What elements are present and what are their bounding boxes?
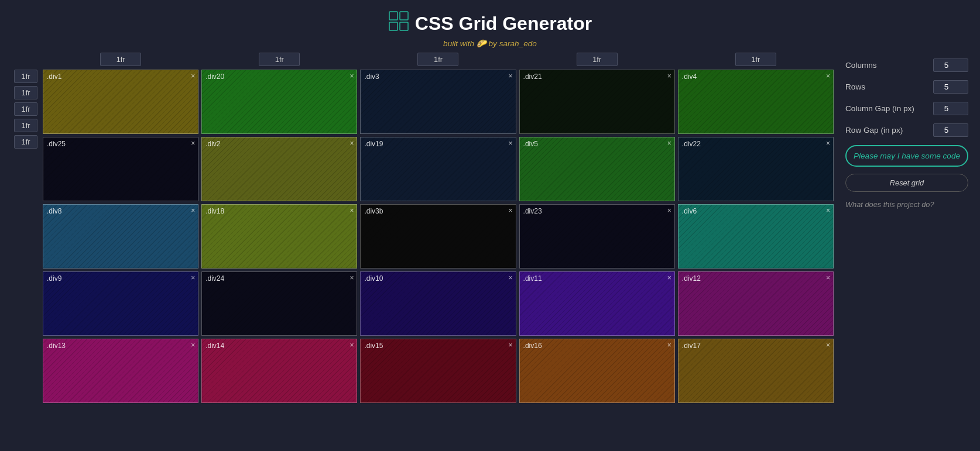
grid-cell-div20[interactable]: .div20× bbox=[201, 70, 357, 134]
row-label-input-1[interactable] bbox=[14, 70, 37, 83]
main-area: .div1×.div20×.div3×.div21×.div4×.div25×.… bbox=[0, 53, 980, 403]
grid-cell-div12[interactable]: .div12× bbox=[678, 271, 834, 336]
columns-input[interactable] bbox=[933, 58, 968, 72]
cell-label-div13: .div13 bbox=[47, 342, 66, 350]
what-does-link[interactable]: What does this project do? bbox=[845, 200, 968, 209]
columns-control: Columns bbox=[845, 58, 968, 72]
grid-cell-div8[interactable]: .div8× bbox=[43, 204, 198, 268]
grid-cell-div3b[interactable]: .div3b× bbox=[360, 204, 516, 268]
close-btn-div5[interactable]: × bbox=[667, 139, 671, 147]
cell-label-div24: .div24 bbox=[205, 274, 224, 283]
grid-cell-div5[interactable]: .div5× bbox=[519, 137, 675, 201]
grid-cell-div23[interactable]: .div23× bbox=[519, 204, 675, 268]
close-btn-div12[interactable]: × bbox=[826, 274, 830, 282]
close-btn-div2[interactable]: × bbox=[349, 139, 354, 147]
close-btn-div9[interactable]: × bbox=[191, 274, 195, 282]
close-btn-div3b[interactable]: × bbox=[509, 206, 513, 215]
close-btn-div1[interactable]: × bbox=[191, 72, 195, 80]
grid-cell-div21[interactable]: .div21× bbox=[519, 70, 675, 134]
close-btn-div8[interactable]: × bbox=[191, 206, 195, 215]
grid-cell-div18[interactable]: .div18× bbox=[201, 204, 357, 268]
cell-label-div16: .div16 bbox=[523, 342, 542, 350]
row-label-input-4[interactable] bbox=[14, 119, 37, 132]
close-btn-div22[interactable]: × bbox=[826, 139, 830, 147]
grid-cell-div15[interactable]: .div15× bbox=[360, 339, 516, 403]
columns-label: Columns bbox=[845, 61, 877, 70]
grid-cell-div22[interactable]: .div22× bbox=[678, 137, 834, 201]
grid-cell-div24[interactable]: .div24× bbox=[201, 271, 357, 336]
close-btn-div4[interactable]: × bbox=[826, 72, 830, 80]
close-btn-div18[interactable]: × bbox=[349, 206, 354, 215]
cell-label-div10: .div10 bbox=[364, 274, 383, 283]
grid-section: .div1×.div20×.div3×.div21×.div4×.div25×.… bbox=[12, 53, 834, 403]
col-gap-input[interactable] bbox=[933, 102, 968, 115]
grid-cell-div4[interactable]: .div4× bbox=[678, 70, 834, 134]
grid-cell-div9[interactable]: .div9× bbox=[43, 271, 198, 336]
cell-label-div19: .div19 bbox=[364, 140, 383, 148]
row-label-input-5[interactable] bbox=[14, 135, 37, 149]
grid-with-row-labels: .div1×.div20×.div3×.div21×.div4×.div25×.… bbox=[12, 70, 834, 403]
row-labels bbox=[12, 70, 40, 403]
grid-cell-div13[interactable]: .div13× bbox=[43, 339, 198, 403]
css-grid: .div1×.div20×.div3×.div21×.div4×.div25×.… bbox=[43, 70, 834, 403]
close-btn-div13[interactable]: × bbox=[191, 341, 195, 349]
col-label-1 bbox=[43, 53, 198, 66]
grid-cell-div25[interactable]: .div25× bbox=[43, 137, 198, 201]
subtitle: built with 🌮 by sarah_edo bbox=[0, 39, 980, 48]
cell-label-div22: .div22 bbox=[682, 140, 701, 148]
cell-label-div3b: .div3b bbox=[364, 207, 383, 215]
col-label-input-4[interactable] bbox=[577, 53, 618, 66]
close-btn-div24[interactable]: × bbox=[349, 274, 354, 282]
row-label-3 bbox=[12, 102, 40, 116]
grid-cell-div19[interactable]: .div19× bbox=[360, 137, 516, 201]
row-label-input-3[interactable] bbox=[14, 102, 37, 116]
row-label-4 bbox=[12, 119, 40, 132]
close-btn-div20[interactable]: × bbox=[349, 72, 354, 80]
cell-label-div2: .div2 bbox=[205, 140, 220, 148]
grid-cell-div6[interactable]: .div6× bbox=[678, 204, 834, 268]
column-labels bbox=[12, 53, 834, 66]
rows-input[interactable] bbox=[933, 80, 968, 94]
grid-cell-div11[interactable]: .div11× bbox=[519, 271, 675, 336]
close-btn-div14[interactable]: × bbox=[349, 341, 354, 349]
close-btn-div19[interactable]: × bbox=[509, 139, 513, 147]
col-label-input-1[interactable] bbox=[100, 53, 141, 66]
close-btn-div23[interactable]: × bbox=[667, 206, 671, 215]
grid-cell-div1[interactable]: .div1× bbox=[43, 70, 198, 134]
rows-control: Rows bbox=[845, 80, 968, 94]
close-btn-div17[interactable]: × bbox=[826, 341, 830, 349]
reset-grid-button[interactable]: Reset grid bbox=[845, 174, 968, 192]
col-label-input-5[interactable] bbox=[735, 53, 776, 66]
grid-cell-div3[interactable]: .div3× bbox=[360, 70, 516, 134]
cell-label-div20: .div20 bbox=[205, 73, 224, 81]
row-label-input-2[interactable] bbox=[14, 86, 37, 99]
close-btn-div15[interactable]: × bbox=[509, 341, 513, 349]
col-label-5 bbox=[678, 53, 834, 66]
close-btn-div11[interactable]: × bbox=[667, 274, 671, 282]
cell-label-div17: .div17 bbox=[682, 342, 701, 350]
col-label-4 bbox=[519, 53, 675, 66]
row-gap-control: Row Gap (in px) bbox=[845, 123, 968, 137]
col-label-input-3[interactable] bbox=[417, 53, 458, 66]
close-btn-div16[interactable]: × bbox=[667, 341, 671, 349]
page-header: CSS Grid Generator built with 🌮 by sarah… bbox=[0, 0, 980, 53]
col-gap-control: Column Gap (in px) bbox=[845, 102, 968, 115]
cell-label-div4: .div4 bbox=[682, 73, 697, 81]
grid-cell-div16[interactable]: .div16× bbox=[519, 339, 675, 403]
page-title: CSS Grid Generator bbox=[0, 11, 980, 36]
close-btn-div3[interactable]: × bbox=[509, 72, 513, 80]
close-btn-div25[interactable]: × bbox=[191, 139, 195, 147]
grid-cell-div14[interactable]: .div14× bbox=[201, 339, 357, 403]
grid-cell-div2[interactable]: .div2× bbox=[201, 137, 357, 201]
get-code-button[interactable]: Please may I have some code bbox=[845, 145, 968, 167]
close-btn-div10[interactable]: × bbox=[509, 274, 513, 282]
col-label-input-2[interactable] bbox=[259, 53, 300, 66]
close-btn-div6[interactable]: × bbox=[826, 206, 830, 215]
cell-label-div23: .div23 bbox=[523, 207, 542, 215]
grid-cell-div10[interactable]: .div10× bbox=[360, 271, 516, 336]
row-gap-input[interactable] bbox=[933, 123, 968, 137]
grid-cell-div17[interactable]: .div17× bbox=[678, 339, 834, 403]
cell-label-div3: .div3 bbox=[364, 73, 379, 81]
svg-rect-1 bbox=[400, 12, 408, 20]
close-btn-div21[interactable]: × bbox=[667, 72, 671, 80]
